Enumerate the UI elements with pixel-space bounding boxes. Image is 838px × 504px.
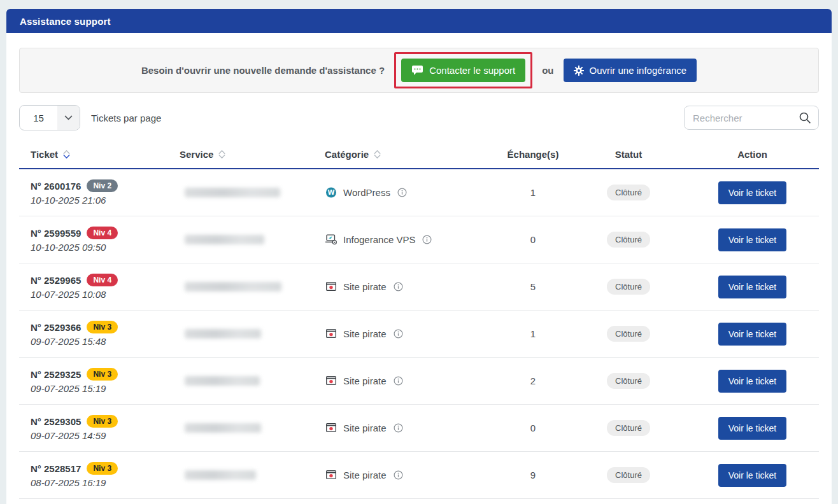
exchanges-count: 9 (495, 470, 571, 480)
service-redacted-blur (185, 188, 280, 197)
sort-icon-category[interactable] (374, 150, 381, 158)
per-page-value: 15 (20, 106, 57, 130)
view-ticket-button[interactable]: Voir le ticket (718, 181, 786, 204)
service-redacted-blur (185, 329, 261, 339)
column-header-ticket[interactable]: Ticket (19, 149, 180, 160)
ticket-cell: N° 2529305 Niv 3 09-07-2025 14:59 (19, 415, 180, 441)
ticket-date: 09-07-2025 15:19 (31, 383, 180, 394)
service-redacted-blur (185, 282, 281, 291)
ticket-date: 09-07-2025 14:59 (31, 430, 180, 441)
ticket-number: N° 2528517 (31, 463, 81, 474)
contact-support-label: Contacter le support (429, 65, 515, 76)
ticket-level-badge: Niv 4 (87, 274, 118, 286)
status-badge: Clôturé (607, 420, 650, 436)
sort-icon-service[interactable] (218, 150, 225, 158)
panel-body: Besoin d'ouvrir une nouvelle demande d'a… (6, 33, 832, 499)
category-label: WordPress (343, 187, 390, 198)
new-request-banner: Besoin d'ouvrir une nouvelle demande d'a… (19, 48, 819, 93)
service-cell (180, 376, 313, 386)
per-page-select[interactable]: 15 (19, 105, 80, 130)
category-label: Site pirate (343, 328, 387, 339)
table-header-row: Ticket Service Catégorie (19, 141, 819, 169)
info-icon[interactable] (394, 376, 403, 386)
table-toolbar: 15 Tickets par page (19, 105, 819, 130)
ticket-level-badge: Niv 2 (87, 179, 118, 192)
category-label: Site pirate (343, 375, 387, 386)
service-cell (180, 470, 313, 480)
action-cell: Voir le ticket (686, 181, 819, 204)
ticket-number: N° 2529305 (31, 416, 81, 427)
view-ticket-button[interactable]: Voir le ticket (718, 323, 786, 346)
info-icon[interactable] (394, 282, 403, 291)
ticket-cell: N° 2529366 Niv 3 09-07-2025 15:48 (19, 321, 180, 347)
status-badge: Clôturé (607, 232, 650, 248)
contact-support-button[interactable]: Contacter le support (401, 59, 525, 82)
ticket-date: 10-10-2025 21:06 (31, 195, 180, 206)
column-header-status: Statut (571, 149, 686, 160)
ticket-level-badge: Niv 4 (87, 227, 118, 239)
status-cell: Clôturé (571, 467, 686, 483)
service-cell (180, 423, 313, 433)
action-cell: Voir le ticket (686, 417, 819, 440)
column-header-exchanges: Échange(s) (495, 149, 571, 160)
info-icon[interactable] (422, 235, 432, 244)
table-row: N° 2529965 Niv 4 10-07-2025 10:08 Site p… (19, 263, 819, 311)
ticket-level-badge: Niv 3 (87, 368, 118, 381)
banner-separator: ou (542, 65, 553, 76)
category-label: Site pirate (343, 423, 387, 433)
sort-icon-ticket[interactable] (63, 150, 70, 158)
info-icon[interactable] (394, 329, 403, 339)
view-ticket-button[interactable]: Voir le ticket (718, 276, 786, 298)
ticket-number: N° 2599559 (31, 228, 81, 239)
info-icon[interactable] (394, 470, 403, 480)
table-body: N° 2600176 Niv 2 10-10-2025 21:06 WordPr… (19, 169, 819, 499)
category-icon (325, 187, 337, 198)
search-icon[interactable] (799, 111, 811, 127)
chat-icon (411, 66, 423, 76)
view-ticket-button[interactable]: Voir le ticket (718, 228, 786, 251)
view-ticket-button[interactable]: Voir le ticket (718, 464, 786, 487)
tickets-table: Ticket Service Catégorie (19, 141, 819, 499)
category-cell: Site pirate (313, 470, 495, 480)
category-cell: WordPress (313, 187, 495, 198)
info-icon[interactable] (394, 423, 403, 433)
ticket-cell: N° 2528517 Niv 3 08-07-2025 16:19 (19, 462, 180, 488)
view-ticket-button[interactable]: Voir le ticket (718, 417, 786, 440)
category-cell: Site pirate (313, 375, 495, 386)
category-cell: Infogerance VPS (313, 234, 495, 245)
action-cell: Voir le ticket (686, 464, 819, 487)
status-cell: Clôturé (571, 420, 686, 436)
category-label: Site pirate (343, 281, 387, 292)
action-cell: Voir le ticket (686, 323, 819, 346)
action-cell: Voir le ticket (686, 276, 819, 298)
status-cell: Clôturé (571, 326, 686, 342)
open-infogerance-button[interactable]: Ouvrir une infogérance (564, 59, 697, 82)
annotation-highlight: Contacter le support (394, 52, 532, 88)
per-page-label: Tickets par page (91, 113, 161, 123)
per-page-control: 15 Tickets par page (19, 105, 161, 130)
ticket-cell: N° 2529325 Niv 3 09-07-2025 15:19 (19, 368, 180, 394)
ticket-number: N° 2529366 (31, 322, 81, 333)
status-badge: Clôturé (607, 279, 650, 295)
table-row: N° 2529325 Niv 3 09-07-2025 15:19 Site p… (19, 358, 819, 405)
column-header-category[interactable]: Catégorie (313, 149, 495, 160)
column-header-action: Action (686, 149, 819, 160)
view-ticket-button[interactable]: Voir le ticket (718, 370, 786, 393)
status-cell: Clôturé (571, 185, 686, 200)
exchanges-count: 0 (495, 234, 571, 245)
column-header-service[interactable]: Service (180, 149, 313, 160)
ticket-date: 09-07-2025 15:48 (31, 336, 180, 347)
ticket-level-badge: Niv 3 (87, 462, 118, 475)
category-label: Site pirate (343, 470, 387, 480)
ticket-date: 10-07-2025 10:08 (31, 289, 180, 300)
service-cell (180, 282, 313, 291)
info-icon[interactable] (397, 188, 407, 197)
panel-header: Assistance support (6, 9, 832, 33)
ticket-level-badge: Niv 3 (87, 321, 118, 333)
category-icon (325, 328, 337, 339)
ticket-level-badge: Niv 3 (87, 415, 118, 428)
category-cell: Site pirate (313, 328, 495, 339)
exchanges-count: 2 (495, 375, 571, 386)
ticket-number: N° 2600176 (31, 181, 81, 192)
table-row: N° 2529305 Niv 3 09-07-2025 14:59 Site p… (19, 405, 819, 452)
